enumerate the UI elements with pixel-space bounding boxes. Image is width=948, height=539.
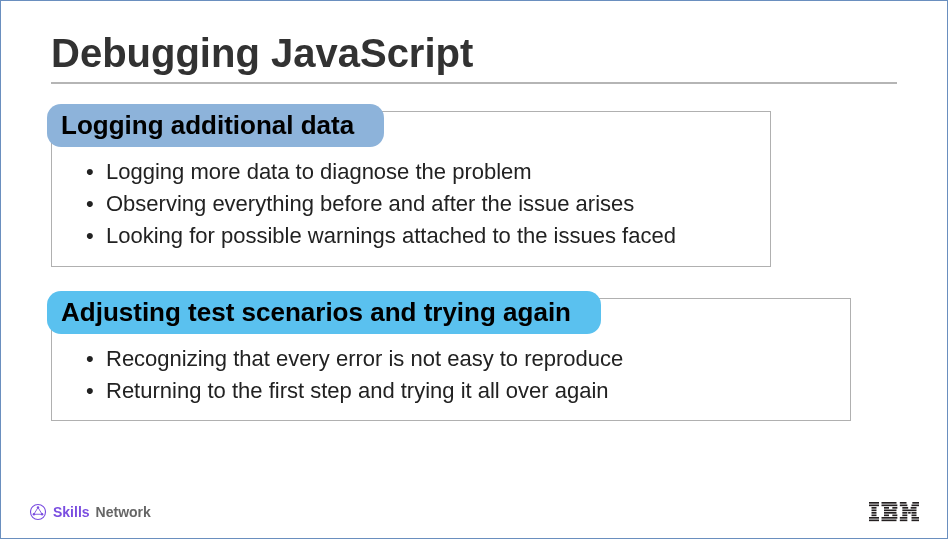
slide: Debugging JavaScript Logging additional … (0, 0, 948, 539)
svg-rect-28 (902, 510, 916, 512)
section-logging: Logging additional data Logging more dat… (51, 104, 897, 267)
svg-rect-18 (884, 515, 889, 517)
svg-rect-23 (912, 502, 919, 504)
svg-rect-16 (884, 510, 897, 512)
list-item: Recognizing that every error is not easy… (82, 343, 830, 375)
footer: Skills Network (29, 502, 919, 522)
skills-network-logo: Skills Network (29, 503, 151, 521)
svg-rect-6 (872, 507, 877, 509)
svg-rect-20 (882, 517, 898, 519)
svg-rect-12 (882, 502, 897, 504)
svg-rect-33 (912, 515, 917, 517)
slide-title: Debugging JavaScript (51, 31, 897, 84)
section-header-adjusting: Adjusting test scenarios and trying agai… (47, 291, 601, 334)
ibm-logo (869, 502, 919, 522)
svg-rect-17 (884, 512, 897, 514)
svg-rect-19 (892, 515, 897, 517)
svg-rect-11 (869, 520, 879, 522)
svg-rect-8 (872, 512, 877, 514)
skills-network-icon (29, 503, 47, 521)
footer-network-text: Network (96, 504, 151, 520)
svg-rect-27 (911, 507, 917, 509)
svg-rect-30 (908, 512, 911, 514)
svg-rect-22 (900, 502, 907, 504)
svg-rect-37 (912, 520, 920, 522)
section-header-logging: Logging additional data (47, 104, 384, 147)
svg-rect-36 (900, 520, 908, 522)
svg-rect-4 (869, 502, 879, 504)
svg-rect-13 (882, 505, 898, 507)
svg-rect-25 (912, 505, 920, 507)
list-item: Returning to the first step and trying i… (82, 375, 830, 407)
svg-rect-10 (869, 517, 879, 519)
list-item: Observing everything before and after th… (82, 188, 750, 220)
svg-rect-26 (902, 507, 908, 509)
svg-rect-29 (902, 512, 907, 514)
svg-rect-9 (872, 515, 877, 517)
section-adjusting: Adjusting test scenarios and trying agai… (51, 291, 897, 422)
svg-rect-35 (912, 517, 920, 519)
svg-rect-14 (884, 507, 889, 509)
footer-skills-text: Skills (53, 504, 90, 520)
svg-rect-24 (900, 505, 908, 507)
svg-rect-34 (900, 517, 908, 519)
svg-rect-15 (892, 507, 897, 509)
list-item: Looking for possible warnings attached t… (82, 220, 750, 252)
svg-rect-5 (869, 505, 879, 507)
svg-rect-32 (902, 515, 907, 517)
svg-rect-21 (882, 520, 897, 522)
svg-rect-7 (872, 510, 877, 512)
svg-rect-31 (912, 512, 917, 514)
list-item: Logging more data to diagnose the proble… (82, 156, 750, 188)
